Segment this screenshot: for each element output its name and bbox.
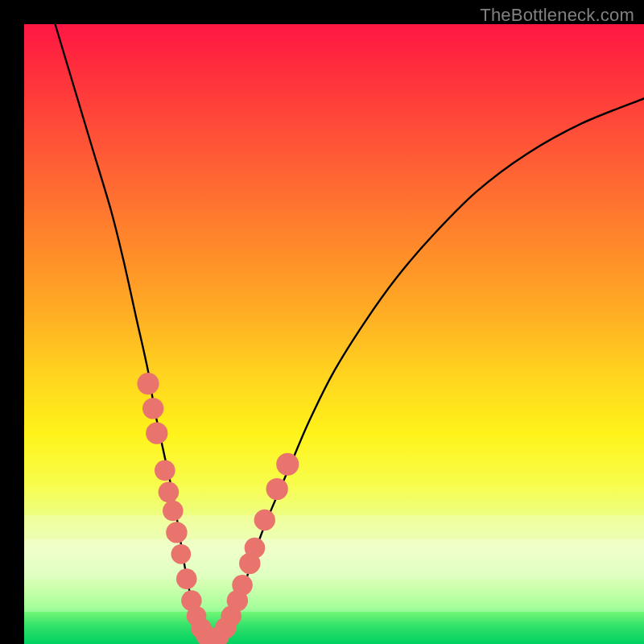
watermark-text: TheBottleneck.com <box>480 5 634 26</box>
plot-area <box>24 24 644 644</box>
chart-frame: TheBottleneck.com <box>0 0 644 644</box>
